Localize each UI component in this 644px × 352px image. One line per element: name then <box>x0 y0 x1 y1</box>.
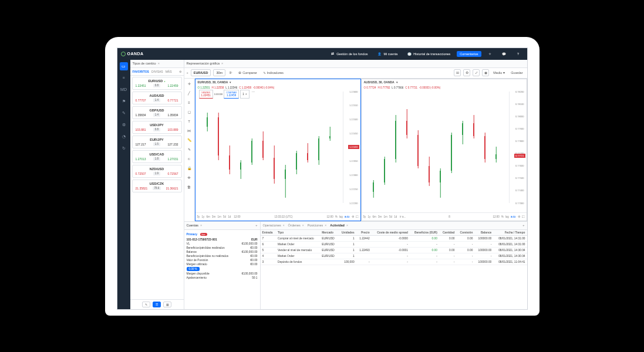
add-account[interactable]: + <box>255 224 257 227</box>
close-icon[interactable]: × <box>158 62 160 65</box>
col-header[interactable]: Entrada <box>261 230 277 236</box>
fullscreen-icon[interactable]: ⤢ <box>473 69 480 76</box>
chart-settings-icon[interactable]: ⚙ <box>352 215 354 218</box>
ohlc-close: C 1.22458 <box>239 86 251 89</box>
timeframe-selector[interactable]: 30m <box>213 69 225 76</box>
col-header[interactable]: Fecha / Tiempo <box>493 230 527 236</box>
layout-icon[interactable]: ⊞ <box>454 69 461 76</box>
nav-alerts[interactable]: ◔ <box>120 133 128 141</box>
col-header[interactable]: Beneficios (EUR) <box>410 230 439 236</box>
view-list[interactable]: ☰ <box>153 302 161 307</box>
close-icon[interactable]: × <box>346 224 348 227</box>
ops-tab[interactable]: Operaciones <box>263 224 281 227</box>
rate-card[interactable]: USD/CZK 21.3582178.621.36621 <box>132 180 182 192</box>
close-icon[interactable]: × <box>325 224 326 227</box>
close-icon[interactable]: × <box>200 224 202 227</box>
chart-fullscreen-icon[interactable]: ⛶ <box>522 215 525 218</box>
help-button[interactable]: ? <box>513 50 524 57</box>
trash-tool[interactable]: 🗑 <box>186 184 193 191</box>
view-edit[interactable]: ✎ <box>142 302 150 307</box>
candle-type[interactable]: ⊪ <box>228 70 234 76</box>
table-row[interactable]: 3Depósito de fondos100,000-----100000.00… <box>261 259 527 265</box>
ruler-tool[interactable]: 📏 <box>186 137 193 144</box>
rate-card[interactable]: AUD/USD 0.777071.40.77721 <box>132 92 182 104</box>
lock-tool[interactable]: 🔒 <box>186 165 193 172</box>
medio-dropdown[interactable]: Medio ▾ <box>491 70 507 76</box>
add-chart[interactable]: + <box>187 71 188 75</box>
ops-tabs: Operaciones×Órdenes×Posiciones×Actividad… <box>261 222 527 230</box>
nav-refresh[interactable]: ↻ <box>120 144 128 153</box>
cursor-tool[interactable]: ✛ <box>186 80 193 87</box>
chart-settings-icon[interactable]: ⚙ <box>518 215 520 218</box>
rate-card[interactable]: NZD/USD 0.725071.90.72567 <box>132 165 182 178</box>
chart-panel-header: Representación gráfica × <box>184 60 527 68</box>
close-icon[interactable]: × <box>283 224 285 227</box>
rate-card[interactable]: USD/JPY 103.8810.8103.889 <box>132 121 182 134</box>
col-header[interactable]: Unidades <box>338 230 356 236</box>
shape-tool[interactable]: ◻ <box>186 109 193 116</box>
close-icon[interactable]: × <box>302 224 304 227</box>
notify-button[interactable]: ✧ <box>485 50 495 57</box>
chart-fullscreen-icon[interactable]: ⛶ <box>356 215 359 218</box>
nav-md[interactable]: MD <box>120 86 128 94</box>
view-grid[interactable]: ▦ <box>163 302 171 307</box>
save-button[interactable]: Guardar <box>509 70 524 76</box>
rate-card[interactable]: EUR/JPY 127.2171.5127.232 <box>132 136 182 148</box>
chart-audusd[interactable]: AUD/USD, 30, OANDA▾ O 0.77724 H 0.77782 … <box>361 79 527 221</box>
table-row[interactable]: 4Market OrderEUR/USD1-----08/01/2021, 14… <box>261 253 527 259</box>
chat-button[interactable]: 💬 <box>499 50 510 57</box>
rate-card[interactable]: USD/CAD 1.270131.81.27031 <box>132 150 182 163</box>
camera-icon[interactable]: ◉ <box>482 69 489 76</box>
ops-tab[interactable]: Actividad <box>330 224 345 227</box>
nav-quotes[interactable]: ≡ <box>120 74 128 82</box>
eye-tool[interactable]: 👁 <box>186 174 193 181</box>
col-header[interactable]: Tipo <box>276 230 320 236</box>
col-header[interactable]: Precio <box>356 230 372 236</box>
col-header[interactable]: Comisión <box>456 230 474 236</box>
trend-line-tool[interactable]: ╱ <box>186 90 193 97</box>
ops-tab[interactable]: Posiciones <box>308 224 323 227</box>
chart-eurusd[interactable]: EUR/USD, 30, OANDA▾ O 1.22501 H 1.22558 … <box>195 79 361 221</box>
col-header[interactable]: Balance <box>474 230 493 236</box>
account-name[interactable]: Primary <box>187 232 198 236</box>
compare-button[interactable]: ⊕Comparar <box>237 70 258 76</box>
history-button[interactable]: 🕘 Historial de transacciones <box>404 50 453 57</box>
tab-favorites[interactable]: FAVORITOS <box>133 70 149 73</box>
chevron-down-icon[interactable]: ▾ <box>230 80 231 84</box>
rate-card[interactable]: EUR/USD● 1.224510.81.22459 <box>132 77 182 90</box>
col-header[interactable]: Mercado <box>320 230 338 236</box>
comments-button[interactable]: Comentarios <box>457 51 481 57</box>
rate-card[interactable]: GBP/USD 1.358341.41.35834 <box>132 106 182 119</box>
table-row[interactable]: 6Market OrderEUR/USD1-----08/01/2021, 14… <box>261 241 527 247</box>
pair-selector[interactable]: EUR/USD <box>191 69 211 76</box>
nav-analysis[interactable]: ✎ <box>120 109 128 117</box>
magnet-tool[interactable]: ⎋ <box>186 155 193 163</box>
col-header[interactable]: Cantidad <box>439 230 457 236</box>
chart-canvas-left[interactable]: 1.226001.225501.225001.224501.224001.223… <box>197 92 359 211</box>
gear-icon[interactable]: ⚙ <box>179 70 181 73</box>
text-tool[interactable]: T <box>186 118 193 125</box>
pattern-tool[interactable]: ⋈ <box>186 127 193 134</box>
nav-rates[interactable]: ▭ <box>120 62 128 70</box>
range-buttons[interactable]: 5y 1y 6m 3m 1m 5d 1d <box>197 215 232 218</box>
indicators-button[interactable]: ∿Indicadores <box>261 70 285 76</box>
col-header[interactable]: Coste de medio spread <box>372 230 410 236</box>
tab-divisas[interactable]: DIVISAS <box>151 70 163 73</box>
brush-tool[interactable]: ✎ <box>186 146 193 153</box>
nav-settings[interactable]: ⚙ <box>120 121 128 129</box>
close-icon[interactable]: × <box>221 62 223 65</box>
table-row[interactable]: 5Vender al nivel de mercadoEUR/USD11.224… <box>261 247 527 253</box>
nav-news[interactable]: ⚑ <box>120 97 128 106</box>
add-tab[interactable]: + <box>522 224 524 227</box>
ohlc-low: L 1.22346 <box>225 86 237 89</box>
ops-tab[interactable]: Órdenes <box>288 224 301 227</box>
tab-more[interactable]: MÁS <box>166 70 172 73</box>
fib-tool[interactable]: ≡ <box>186 99 193 106</box>
settings-icon[interactable]: ⚙ <box>463 69 470 76</box>
range-buttons[interactable]: 5y 1y 6m 3m 1m 5d 1d <box>363 215 399 218</box>
chevron-down-icon[interactable]: ▾ <box>396 80 398 84</box>
chart-canvas-right[interactable]: 0.782000.781000.780000.779000.778000.777… <box>363 92 525 211</box>
funds-button[interactable]: ⇄ Gestión de los fondos <box>327 50 370 57</box>
table-row[interactable]: 7Comprar al nivel de mercadoEUR/USD11.22… <box>261 235 527 241</box>
account-button[interactable]: 👤 Mi cuenta <box>374 50 400 57</box>
